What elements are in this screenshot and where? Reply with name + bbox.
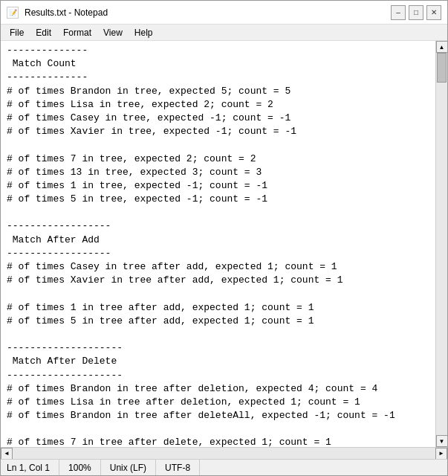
text-editor[interactable]: -------------- Match Count -------------…	[1, 41, 435, 447]
menu-bar: File Edit Format View Help	[1, 25, 447, 41]
menu-format[interactable]: Format	[57, 26, 97, 39]
encoding: UTF-8	[156, 460, 200, 475]
menu-view[interactable]: View	[97, 26, 129, 39]
status-bar: Ln 1, Col 1 100% Unix (LF) UTF-8	[1, 459, 447, 475]
scroll-left-button[interactable]: ◄	[1, 448, 13, 460]
zoom-level: 100%	[59, 460, 101, 475]
app-icon: 📝	[7, 7, 19, 19]
window-controls: – □ ✕	[391, 5, 441, 20]
scroll-up-button[interactable]: ▲	[436, 41, 448, 53]
minimize-button[interactable]: –	[391, 5, 406, 20]
window-title: Results.txt - Notepad	[25, 7, 108, 18]
horizontal-scrollbar[interactable]: ◄ ►	[1, 447, 447, 459]
menu-file[interactable]: File	[4, 26, 30, 39]
menu-edit[interactable]: Edit	[30, 26, 57, 39]
close-button[interactable]: ✕	[426, 5, 441, 20]
line-ending: Unix (LF)	[101, 460, 156, 475]
scroll-down-button[interactable]: ▼	[436, 435, 448, 447]
main-window: 📝 Results.txt - Notepad – □ ✕ File Edit …	[0, 0, 448, 476]
vertical-scrollbar[interactable]: ▲ ▼	[435, 41, 447, 447]
maximize-button[interactable]: □	[409, 5, 423, 20]
title-bar: 📝 Results.txt - Notepad – □ ✕	[1, 1, 447, 25]
scroll-thumb-vertical[interactable]	[437, 53, 447, 83]
menu-help[interactable]: Help	[129, 26, 159, 39]
scroll-track-horizontal[interactable]	[13, 448, 435, 459]
cursor-position: Ln 1, Col 1	[7, 460, 59, 475]
scroll-right-button[interactable]: ►	[435, 448, 447, 460]
content-area: -------------- Match Count -------------…	[1, 41, 447, 447]
scroll-track-vertical[interactable]	[436, 53, 447, 435]
